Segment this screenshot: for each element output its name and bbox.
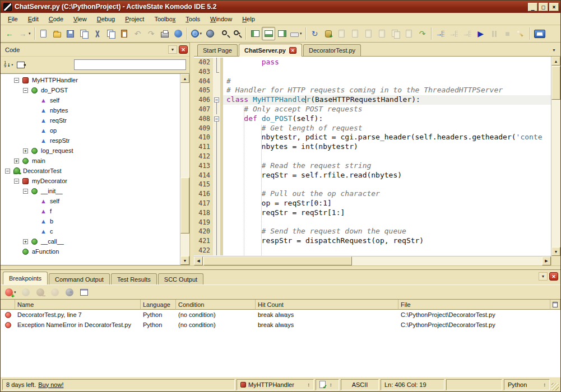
- tree-item-afunction[interactable]: aFunction: [1, 246, 180, 256]
- menu-project[interactable]: Project: [120, 14, 149, 24]
- key-binding-button[interactable]: ▾: [289, 27, 304, 40]
- tree-item-mydecorator[interactable]: −myDecorator: [1, 176, 180, 186]
- line-number[interactable]: 406: [194, 95, 213, 105]
- scc-add-button[interactable]: [322, 27, 335, 40]
- sort-order-button[interactable]: 19↓▾: [4, 61, 13, 68]
- code-line-409[interactable]: 409 # Get length of request: [194, 124, 551, 133]
- tree-scrollbar[interactable]: ▲ ▼: [180, 74, 189, 265]
- code-line-418[interactable]: 418 reqStr = reqStr[1:]: [194, 208, 551, 218]
- fold-collapse-icon[interactable]: −: [213, 95, 220, 105]
- encoding-indicator[interactable]: ASCII: [341, 379, 379, 390]
- code-line-411[interactable]: 411 nbytes = int(nbytestr): [194, 142, 551, 152]
- column-header-file[interactable]: File: [398, 300, 550, 310]
- tab-start-page[interactable]: Start Page: [197, 44, 238, 56]
- new-file-button[interactable]: [37, 27, 50, 40]
- save-button[interactable]: [64, 27, 77, 40]
- buy-now-link[interactable]: Buy now!: [38, 381, 63, 388]
- menu-toolbox[interactable]: Toolbox: [149, 14, 180, 24]
- code-line-412[interactable]: 412: [194, 152, 551, 161]
- paste-button[interactable]: [118, 27, 131, 40]
- code-line-406[interactable]: 406−class MyHTTPHandler(BaseHTTPRequestH…: [194, 95, 551, 105]
- menu-view[interactable]: View: [68, 14, 92, 24]
- menu-window[interactable]: Window: [205, 14, 237, 24]
- column-header-language[interactable]: Language: [141, 300, 176, 310]
- collapse-icon[interactable]: −: [14, 179, 19, 184]
- run-button[interactable]: ▶: [474, 27, 488, 40]
- tab-list-icon[interactable]: ▼: [550, 46, 558, 54]
- line-number[interactable]: 412: [194, 152, 213, 161]
- line-number[interactable]: 418: [194, 208, 213, 218]
- toolbox-button[interactable]: [532, 27, 547, 40]
- panel-menu-icon[interactable]: ▼: [539, 272, 548, 281]
- tree-item-nbytes[interactable]: ▲nbytes: [1, 105, 180, 115]
- minimize-icon[interactable]: _: [528, 3, 537, 11]
- open-file-button[interactable]: [50, 27, 64, 40]
- language-selector[interactable]: Python ↕: [504, 379, 550, 390]
- line-number[interactable]: 408: [194, 114, 213, 124]
- print-button[interactable]: [158, 27, 171, 40]
- new-breakpoint-button[interactable]: ▾: [3, 286, 18, 299]
- breakpoint-row[interactable]: Exception NameError in DecoratorTest.pyP…: [1, 320, 560, 330]
- code-line-416[interactable]: 416 # Pull out the op character: [194, 189, 551, 199]
- scroll-up-icon[interactable]: ▲: [180, 74, 189, 83]
- collapse-icon[interactable]: −: [23, 189, 28, 194]
- line-number[interactable]: 409: [194, 124, 213, 133]
- collapse-icon[interactable]: −: [23, 88, 28, 93]
- tab-chatserver-py[interactable]: ChatServer.py✕: [239, 44, 302, 57]
- tab-command-output[interactable]: Command Output: [49, 273, 110, 284]
- column-header-name[interactable]: Name: [15, 300, 141, 310]
- go-to-source-button[interactable]: [63, 286, 76, 299]
- tree-item-respstr[interactable]: ▲respStr: [1, 136, 180, 146]
- dropdown-arrow-icon[interactable]: ▾: [200, 31, 202, 36]
- tree-item-decoratortest[interactable]: −DecoratorTest: [1, 166, 180, 176]
- scroll-down-icon[interactable]: ▼: [180, 256, 189, 265]
- tab-breakpoints[interactable]: Breakpoints: [3, 272, 48, 284]
- menu-tools[interactable]: Tools: [180, 14, 205, 24]
- line-number[interactable]: 416: [194, 189, 213, 199]
- scroll-up-icon[interactable]: ▲: [551, 57, 560, 66]
- browser-preview-button[interactable]: ▾: [189, 27, 204, 40]
- panel-close-icon[interactable]: ✕: [179, 45, 188, 54]
- vertical-splitter[interactable]: [190, 43, 194, 265]
- code-line-419[interactable]: 419: [194, 218, 551, 227]
- expand-icon[interactable]: +: [14, 158, 19, 164]
- line-number[interactable]: 413: [194, 161, 213, 171]
- tree-item-myhttphandler[interactable]: −MyHTTPHandler: [1, 75, 180, 85]
- toggle-right-pane-button[interactable]: [275, 27, 289, 40]
- syntax-check-status[interactable]: ↕: [316, 379, 339, 390]
- copy-button[interactable]: [104, 27, 118, 40]
- tree-item-self[interactable]: ▲self: [1, 196, 180, 206]
- save-all-button[interactable]: [77, 27, 91, 40]
- tab-close-icon[interactable]: ✕: [289, 47, 296, 54]
- line-number[interactable]: 411: [194, 142, 213, 152]
- line-number[interactable]: 402: [194, 58, 213, 67]
- code-line-404[interactable]: 404#: [194, 77, 551, 86]
- tab-scc-output[interactable]: SCC Output: [158, 273, 203, 284]
- tree-item-do_post[interactable]: −do_POST: [1, 85, 180, 95]
- breakpoint-properties-button[interactable]: [77, 286, 91, 299]
- code-filter-input[interactable]: [74, 59, 186, 70]
- tree-item-__init__[interactable]: −__init__: [1, 186, 180, 196]
- menu-file[interactable]: File: [3, 14, 23, 24]
- collapse-icon[interactable]: −: [14, 78, 19, 83]
- tree-item-op[interactable]: ▲op: [1, 125, 180, 136]
- scroll-right-icon[interactable]: ▶: [542, 256, 551, 265]
- line-number[interactable]: 419: [194, 218, 213, 227]
- find-button[interactable]: [217, 27, 230, 40]
- line-number[interactable]: 404: [194, 77, 213, 86]
- line-number[interactable]: 415: [194, 180, 213, 189]
- step-into-button[interactable]: [434, 27, 447, 40]
- scc-update-button[interactable]: ↻: [308, 27, 322, 40]
- editor-vscroll-thumb[interactable]: [551, 66, 560, 100]
- redo-button[interactable]: ↷: [145, 27, 158, 40]
- expand-icon[interactable]: +: [23, 239, 28, 244]
- code-line-408[interactable]: 408− def do_POST(self):: [194, 114, 551, 124]
- code-line-415[interactable]: 415: [194, 180, 551, 189]
- fold-collapse-icon[interactable]: −: [213, 114, 220, 124]
- current-symbol-selector[interactable]: MyHTTPHandler ↕: [237, 379, 314, 390]
- scroll-down-icon[interactable]: ▼: [551, 247, 560, 256]
- tree-item-b[interactable]: ▲b: [1, 216, 180, 226]
- tab-decoratortest-py[interactable]: DecoratorTest.py: [303, 44, 361, 56]
- column-header-condition[interactable]: Condition: [176, 300, 256, 310]
- cut-button[interactable]: [91, 27, 104, 40]
